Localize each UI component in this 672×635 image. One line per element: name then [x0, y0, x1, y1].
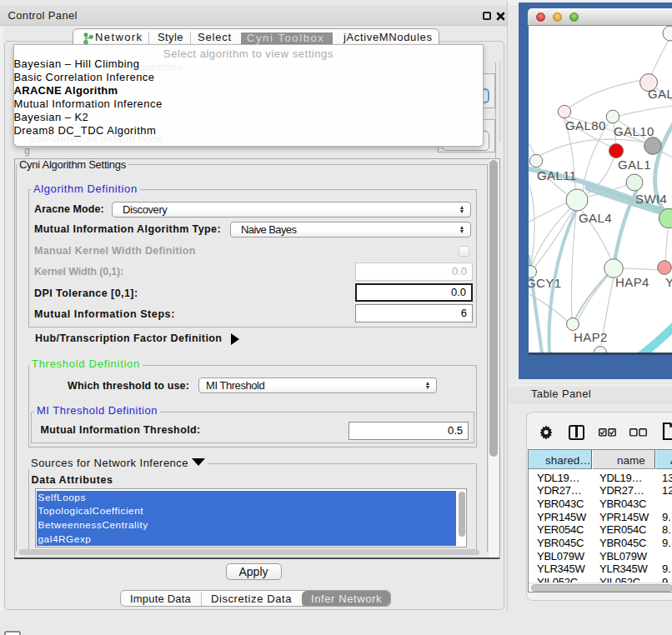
- svg-text:GAL1: GAL1: [618, 158, 651, 172]
- svg-text:GAL80: GAL80: [565, 118, 606, 132]
- svg-text:GCY1: GCY1: [529, 276, 561, 290]
- svg-text:GAL11: GAL11: [537, 168, 577, 182]
- svg-text:HAP2: HAP2: [574, 330, 608, 344]
- svg-text:Y: Y: [665, 275, 672, 289]
- svg-text:HAP4: HAP4: [615, 275, 649, 289]
- svg-text:SWI4: SWI4: [635, 192, 667, 206]
- svg-text:GAL10: GAL10: [614, 124, 654, 138]
- svg-text:GAL7: GAL7: [648, 87, 672, 101]
- svg-text:GAL4: GAL4: [579, 211, 612, 225]
